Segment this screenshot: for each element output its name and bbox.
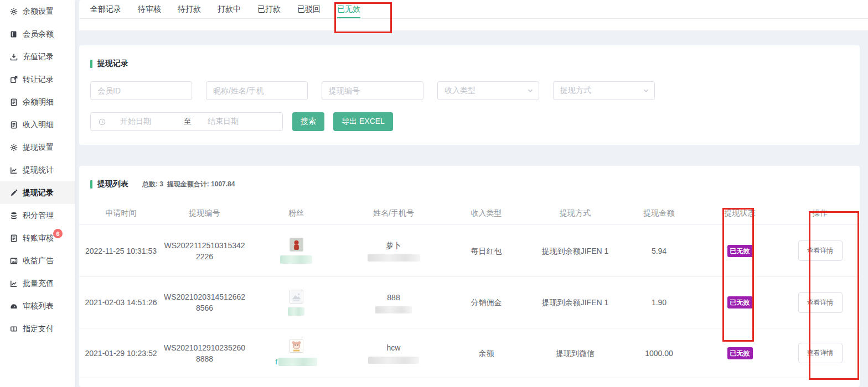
section-accent-bar — [90, 180, 92, 189]
sidebar-item-points-management[interactable]: 积分管理 — [0, 204, 75, 227]
document-icon — [10, 234, 18, 242]
sidebar-item-review-list[interactable]: 审核列表 — [0, 295, 75, 317]
cell-status: 已无效 — [699, 225, 781, 276]
nickname-input[interactable] — [206, 81, 308, 100]
fan-nickname-prefix: f — [275, 357, 277, 368]
sidebar-item-label: 转账审核 — [23, 233, 54, 243]
sidebar-item-label: 充值记录 — [23, 52, 54, 62]
sidebar-item-label: 提现设置 — [23, 143, 54, 153]
cell-name-phone: 888 — [346, 277, 441, 328]
sidebar-item-transfer-review[interactable]: 转账审核 6 — [0, 227, 75, 249]
sidebar-item-label: 批量充值 — [23, 279, 54, 289]
search-button[interactable]: 搜索 — [292, 112, 324, 131]
view-details-button[interactable]: 查看详情 — [798, 240, 843, 261]
export-excel-button[interactable]: 导出 EXCEL — [333, 112, 393, 131]
cell-status: 已无效 — [699, 277, 781, 328]
cell-withdraw-no: WS2021012910235260 8888 — [163, 328, 246, 378]
cell-fan: f — [246, 328, 346, 378]
list-summary: 总数: 3 提现金额合计: 1007.84 — [142, 180, 235, 189]
withdraw-method-select[interactable]: 提现方式 — [553, 81, 655, 100]
sidebar-item-label: 审核列表 — [23, 301, 54, 311]
col-header-status: 提现状态 — [699, 201, 781, 224]
censored-phone — [368, 254, 420, 262]
member-id-input[interactable] — [90, 81, 192, 100]
section-accent-bar — [90, 60, 92, 68]
withdraw-no-input[interactable] — [322, 81, 423, 100]
view-details-button[interactable]: 查看详情 — [798, 343, 843, 363]
cell-income-type: 每日红包 — [441, 225, 531, 276]
withdraw-table: 申请时间 提现编号 粉丝 姓名/手机号 收入类型 提现方式 提现金额 提现状态 … — [79, 201, 860, 378]
col-header-name-phone: 姓名/手机号 — [346, 201, 441, 224]
cell-apply-time: 2021-02-03 14:51:26 — [79, 277, 163, 328]
withdraw-list-panel: 提现列表 总数: 3 提现金额合计: 1007.84 申请时间 提现编号 粉丝 … — [79, 166, 860, 387]
document-icon — [10, 98, 18, 106]
sidebar-item-member-balance[interactable]: 会员余额 — [0, 23, 75, 45]
date-start-placeholder: 开始日期 — [111, 117, 177, 127]
col-header-apply-time: 申请时间 — [79, 201, 163, 224]
search-form-row-1: 收入类型 提现方式 — [90, 81, 655, 100]
sidebar-item-balance-detail[interactable]: 余额明细 — [0, 91, 75, 113]
tab-pending-payment[interactable]: 待打款 — [178, 0, 201, 18]
fan-avatar-placeholder — [290, 290, 303, 304]
total-count: 3 — [159, 180, 163, 188]
cell-amount: 1.90 — [619, 277, 699, 328]
table-row: 2022-11-25 10:31:53 WS2022112510315342 2… — [79, 225, 860, 277]
cell-name-phone: 萝卜 — [346, 225, 441, 276]
cell-income-type: 分销佣金 — [441, 277, 531, 328]
cell-method: 提现到微信 — [531, 328, 619, 378]
card-icon — [10, 325, 18, 333]
sidebar-item-label: 提现记录 — [23, 188, 54, 198]
sidebar-item-withdraw-settings[interactable]: 提现设置 — [0, 136, 75, 159]
tab-paying[interactable]: 打款中 — [218, 0, 241, 18]
income-type-select[interactable]: 收入类型 — [437, 81, 539, 100]
pencil-icon — [10, 189, 18, 197]
sidebar: 余额设置 会员余额 充值记录 转让记录 余额明细 收入明细 提现设置 提现统计 … — [0, 0, 75, 387]
status-tabs: 全部记录 待审核 待打款 打款中 已打款 已驳回 已无效 — [79, 0, 868, 19]
notification-badge: 6 — [53, 229, 63, 238]
withdraw-search-panel: 提现记录 收入类型 提现方式 开始日期 至 结束日期 搜索 导出 EXCEL — [79, 45, 860, 145]
external-link-icon — [10, 76, 18, 83]
cell-apply-time: 2022-11-25 10:31:53 — [79, 225, 163, 276]
sidebar-item-batch-recharge[interactable]: 批量充值 — [0, 272, 75, 295]
sidebar-item-designated-payment[interactable]: 指定支付 — [0, 317, 75, 340]
col-header-amount: 提现金额 — [619, 201, 699, 224]
gear-icon — [10, 144, 18, 151]
tab-invalid[interactable]: 已无效 — [337, 0, 360, 18]
cell-action: 查看详情 — [781, 328, 860, 378]
status-tabs-bar: 全部记录 待审核 待打款 打款中 已打款 已驳回 已无效 — [79, 0, 868, 30]
cell-income-type: 余额 — [441, 328, 531, 378]
cell-withdraw-no: WS2022112510315342 2226 — [163, 225, 246, 276]
sidebar-item-revenue-ads[interactable]: 收益广告 — [0, 249, 75, 272]
tab-pending-review[interactable]: 待审核 — [138, 0, 161, 18]
status-badge: 已无效 — [727, 347, 753, 359]
total-amount: 1007.84 — [211, 180, 235, 188]
date-range-picker[interactable]: 开始日期 至 结束日期 — [90, 112, 283, 131]
cell-amount: 1000.00 — [619, 328, 699, 378]
col-header-income-type: 收入类型 — [441, 201, 531, 224]
tab-rejected[interactable]: 已驳回 — [297, 0, 321, 18]
censored-nickname — [280, 255, 312, 264]
sidebar-item-withdraw-stats[interactable]: 提现统计 — [0, 159, 75, 181]
sidebar-item-label: 转让记录 — [23, 75, 54, 85]
sidebar-item-balance-settings[interactable]: 余额设置 — [0, 0, 75, 23]
sidebar-item-transfer-records[interactable]: 转让记录 — [0, 68, 75, 91]
col-header-action: 操作 — [781, 201, 860, 224]
tab-all-records[interactable]: 全部记录 — [90, 0, 121, 18]
censored-nickname — [288, 307, 304, 316]
download-icon — [10, 53, 18, 61]
tab-paid[interactable]: 已打款 — [257, 0, 281, 18]
sidebar-item-label: 余额明细 — [23, 97, 54, 107]
sidebar-item-label: 积分管理 — [23, 211, 54, 221]
sidebar-item-label: 余额设置 — [23, 7, 54, 17]
sidebar-item-withdraw-records[interactable]: 提现记录 — [0, 181, 75, 204]
cell-action: 查看详情 — [781, 225, 860, 276]
status-badge: 已无效 — [727, 296, 753, 308]
sidebar-item-label: 会员余额 — [23, 29, 54, 39]
sidebar-item-income-detail[interactable]: 收入明细 — [0, 113, 75, 136]
chevron-down-icon — [528, 88, 533, 93]
sidebar-item-label: 提现统计 — [23, 165, 54, 175]
view-details-button[interactable]: 查看详情 — [798, 292, 843, 313]
sidebar-item-label: 收入明细 — [23, 120, 54, 130]
image-icon — [10, 257, 18, 265]
sidebar-item-recharge-records[interactable]: 充值记录 — [0, 45, 75, 68]
